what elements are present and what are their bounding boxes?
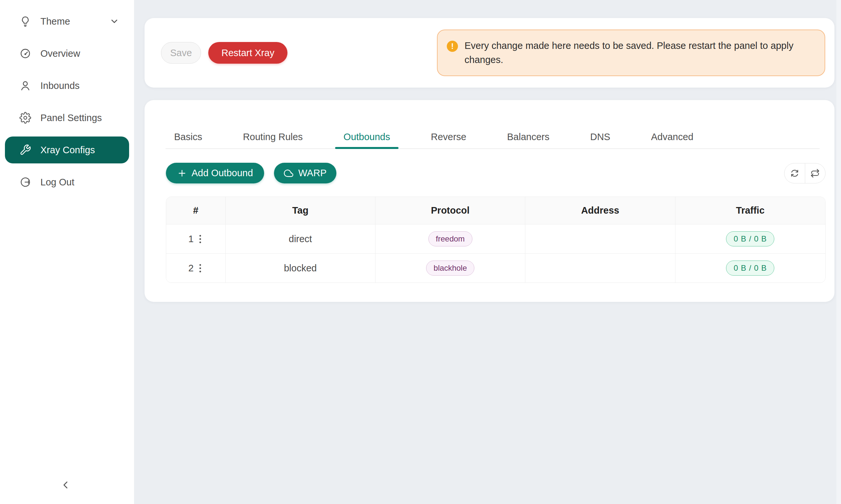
protocol-badge: blackhole <box>426 260 474 276</box>
row-tag: direct <box>226 224 376 254</box>
actions-card: Save Restart Xray Every change made here… <box>144 18 835 88</box>
protocol-badge: freedom <box>428 231 473 247</box>
user-icon <box>19 79 32 92</box>
sidebar-item-xray-configs[interactable]: Xray Configs <box>5 137 129 163</box>
row-actions-menu[interactable] <box>198 262 203 275</box>
sidebar-collapse-button[interactable] <box>55 474 76 496</box>
column-header-traffic: Traffic <box>675 197 825 224</box>
table-actions-group <box>784 163 826 183</box>
tab-outbounds[interactable]: Outbounds <box>335 131 399 148</box>
sidebar-item-log-out[interactable]: Log Out <box>5 169 129 196</box>
row-index: 2 <box>188 263 193 274</box>
table-row: 1 direct freedom 0 B / 0 B <box>166 224 825 254</box>
column-header-protocol: Protocol <box>376 197 525 224</box>
outbounds-toolbar: Add Outbound WARP <box>166 163 826 183</box>
add-outbound-label: Add Outbound <box>191 168 253 179</box>
sync-icon <box>790 168 800 178</box>
traffic-badge: 0 B / 0 B <box>726 260 774 276</box>
row-address <box>525 224 675 254</box>
sidebar-item-inbounds[interactable]: Inbounds <box>5 72 129 99</box>
tab-advanced[interactable]: Advanced <box>642 131 702 148</box>
main-content: Save Restart Xray Every change made here… <box>134 0 841 504</box>
alert-message: Every change made here needs to be saved… <box>464 39 810 67</box>
chevron-down-icon <box>109 16 119 26</box>
plus-icon <box>177 168 187 178</box>
cloud-icon <box>284 168 294 178</box>
xray-config-card: Basics Routing Rules Outbounds Reverse B… <box>144 100 835 302</box>
sidebar-item-label: Overview <box>40 48 80 59</box>
row-tag: blocked <box>226 254 376 283</box>
tab-reverse[interactable]: Reverse <box>422 131 475 148</box>
add-outbound-button[interactable]: Add Outbound <box>166 163 264 183</box>
sidebar-item-panel-settings[interactable]: Panel Settings <box>5 104 129 131</box>
traffic-badge: 0 B / 0 B <box>726 231 774 247</box>
table-header-row: # Tag Protocol Address Traffic <box>166 197 825 224</box>
save-button[interactable]: Save <box>161 42 201 64</box>
scrollbar[interactable] <box>836 0 841 504</box>
tab-basics[interactable]: Basics <box>166 131 210 148</box>
row-address <box>525 254 675 283</box>
tab-dns[interactable]: DNS <box>582 131 619 148</box>
sidebar: Theme Overview Inbounds <box>0 0 134 504</box>
column-header-address: Address <box>525 197 675 224</box>
tab-balancers[interactable]: Balancers <box>498 131 558 148</box>
sidebar-item-label: Panel Settings <box>40 112 102 123</box>
chevron-left-icon <box>60 479 72 491</box>
lightbulb-icon <box>19 15 32 28</box>
repeat-icon <box>810 168 820 178</box>
sidebar-item-overview[interactable]: Overview <box>5 40 129 67</box>
sidebar-item-theme[interactable]: Theme <box>5 8 129 35</box>
table-row: 2 blocked blackhole 0 B / 0 B <box>166 254 825 283</box>
warp-button[interactable]: WARP <box>274 163 337 183</box>
gear-icon <box>19 111 32 124</box>
column-header-tag: Tag <box>226 197 376 224</box>
dashboard-icon <box>19 47 32 60</box>
restart-warning-alert: Every change made here needs to be saved… <box>437 30 825 76</box>
swap-button[interactable] <box>805 163 826 183</box>
config-tabs: Basics Routing Rules Outbounds Reverse B… <box>166 100 820 149</box>
sidebar-item-label: Log Out <box>40 177 74 188</box>
sidebar-item-label: Xray Configs <box>40 145 95 156</box>
wrench-icon <box>19 144 32 156</box>
column-header-index: # <box>166 197 226 224</box>
sidebar-item-label: Theme <box>40 16 70 27</box>
refresh-button[interactable] <box>785 163 805 183</box>
row-index: 1 <box>188 234 193 245</box>
sidebar-item-label: Inbounds <box>40 80 80 91</box>
restart-xray-button[interactable]: Restart Xray <box>208 42 288 64</box>
tab-routing-rules[interactable]: Routing Rules <box>234 131 311 148</box>
warp-label: WARP <box>298 168 327 179</box>
warning-icon <box>447 41 458 52</box>
logout-icon <box>19 176 32 188</box>
outbounds-table: # Tag Protocol Address Traffic 1 <box>166 197 826 283</box>
row-actions-menu[interactable] <box>198 232 203 246</box>
